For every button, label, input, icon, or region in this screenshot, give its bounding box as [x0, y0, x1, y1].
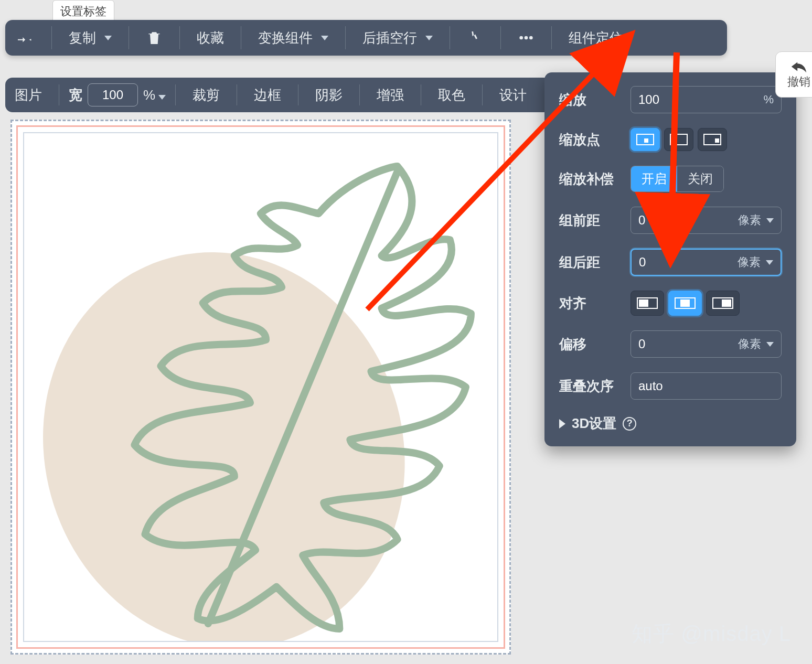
scale-comp-on[interactable]: 开启	[631, 166, 677, 191]
border-button[interactable]: 边框	[247, 86, 289, 104]
selected-image-frame[interactable]	[16, 125, 505, 649]
image-toolbar: 图片 宽 % 裁剪 边框 阴影 增强 取色 设计	[5, 78, 551, 112]
scale-point-center[interactable]	[631, 128, 660, 151]
copy-label: 复制	[69, 29, 96, 47]
locate-component-button[interactable]: 组件定位	[561, 29, 631, 47]
pin-icon[interactable]	[10, 29, 42, 46]
chevron-down-icon	[321, 36, 328, 40]
align-center[interactable]	[668, 291, 702, 316]
transform-button[interactable]: 变换组件	[251, 29, 336, 47]
pick-color-button[interactable]: 取色	[431, 86, 473, 104]
crop-button[interactable]: 裁剪	[185, 86, 227, 104]
scale-point-left[interactable]	[664, 128, 693, 151]
main-toolbar: 复制 收藏 变换组件 后插空行 组件定位	[5, 20, 727, 56]
svg-point-3	[24, 205, 456, 641]
canvas-area[interactable]	[10, 120, 511, 655]
width-label: 宽	[69, 86, 82, 104]
scale-point-label: 缩放点	[559, 131, 621, 149]
insert-after-label: 后插空行	[362, 29, 417, 47]
undo-label: 撤销	[787, 74, 810, 90]
insert-after-button[interactable]: 后插空行	[355, 29, 440, 47]
offset-input[interactable]: 0 像素	[631, 330, 782, 358]
scale-point-right[interactable]	[698, 128, 727, 151]
margin-after-input[interactable]: 0 像素	[631, 249, 782, 276]
favorite-button[interactable]: 收藏	[189, 29, 231, 47]
unit-px-selector[interactable]: 像素	[738, 336, 774, 352]
chevron-down-icon	[104, 36, 112, 40]
help-icon[interactable]: ?	[623, 417, 636, 431]
svg-point-1	[525, 36, 528, 40]
offset-label: 偏移	[559, 335, 621, 354]
image-label: 图片	[15, 86, 49, 104]
svg-point-2	[529, 36, 533, 40]
margin-before-label: 组前距	[559, 211, 621, 230]
margin-after-label: 组后距	[559, 253, 621, 272]
chevron-down-icon	[158, 95, 166, 100]
3d-settings-section[interactable]: 3D设置 ?	[559, 414, 782, 433]
transform-label: 变换组件	[258, 29, 313, 47]
positioning-panel: 缩放 100 % 缩放点 缩放补偿 开启 关闭 组前距 0 像素 组后距 0 像…	[544, 72, 796, 446]
scale-comp-label: 缩放补偿	[559, 170, 621, 188]
zindex-input[interactable]: auto	[631, 372, 782, 400]
image-content	[23, 132, 498, 642]
margin-before-input[interactable]: 0 像素	[631, 207, 782, 234]
shadow-button[interactable]: 阴影	[308, 86, 350, 104]
click-action-icon[interactable]	[460, 29, 491, 46]
undo-button[interactable]: 撤销	[775, 51, 812, 98]
scale-unit: %	[763, 93, 774, 106]
zindex-label: 重叠次序	[559, 377, 621, 395]
more-button[interactable]	[510, 29, 542, 46]
unit-px-selector[interactable]: 像素	[738, 212, 774, 228]
scale-comp-off[interactable]: 关闭	[677, 166, 723, 191]
width-unit[interactable]: %	[143, 87, 166, 103]
align-label: 对齐	[559, 294, 621, 313]
svg-point-0	[519, 36, 523, 40]
unit-px-selector[interactable]: 像素	[738, 254, 773, 270]
expand-icon	[559, 419, 565, 429]
copy-button[interactable]: 复制	[61, 29, 119, 47]
scale-input[interactable]: 100 %	[631, 86, 782, 113]
align-left[interactable]	[631, 291, 664, 316]
width-input[interactable]	[88, 83, 138, 106]
chevron-down-icon	[425, 36, 433, 40]
delete-button[interactable]	[138, 29, 170, 46]
watermark: 知乎 @misday L	[632, 619, 791, 648]
scale-label: 缩放	[559, 91, 621, 109]
design-button[interactable]: 设计	[492, 86, 534, 104]
scale-comp-toggle: 开启 关闭	[631, 166, 724, 192]
enhance-button[interactable]: 增强	[369, 86, 411, 104]
align-right[interactable]	[706, 291, 740, 316]
